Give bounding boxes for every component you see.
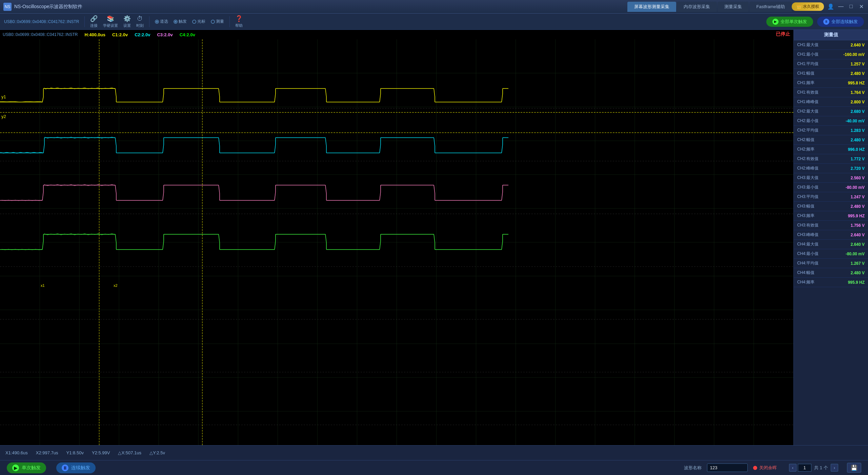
ch2-pp-value: 2.720 V: [851, 166, 865, 171]
main-content: USB0::0x0699::0x0408::C041762::INSTR H:4…: [0, 30, 868, 445]
minimize-button[interactable]: —: [837, 3, 844, 10]
crown-icon: 👑: [796, 4, 802, 9]
channel-setup-icon: 📚: [107, 15, 114, 22]
tab-fastframe[interactable]: Fastframe辅助: [749, 2, 792, 12]
ch1-pp-row: CH1:峰峰值 2.800 V: [794, 97, 868, 107]
tab-memory-capture[interactable]: 内存波形采集: [677, 2, 717, 12]
cursor-y1-label: y1: [1, 94, 6, 99]
ch1-freq-row: CH1:频率 995.8 HZ: [794, 78, 868, 88]
ch3-avg-label: CH3:平均值: [797, 194, 819, 200]
ch2-rms-row: CH2:有效值 1.772 V: [794, 154, 868, 164]
ch3-avg-row: CH3:平均值 1.247 V: [794, 192, 868, 202]
vip-button[interactable]: 👑 水久授权: [792, 2, 824, 11]
cursor-radio[interactable]: 光标: [192, 19, 205, 24]
single-trigger-top-btn[interactable]: ▶ 全部单次触发: [766, 17, 813, 27]
connection-url: USB0::0x0699::0x0408::C041762::INSTR: [4, 19, 79, 24]
page-controls: ‹ 1 共 1 个 ›: [789, 464, 838, 472]
ch2-max-value: 2.680 V: [851, 109, 865, 114]
ch3-freq-value: 995.9 HZ: [848, 214, 865, 218]
toolbar-settings[interactable]: ⚙️ 设置: [123, 15, 131, 28]
titlebar: NS NS-Oscilloscope示波器控制软件 屏幕波形测量采集 内存波形采…: [0, 0, 868, 14]
tab-screen-capture[interactable]: 屏幕波形测量采集: [627, 2, 676, 12]
trigger-buttons-top: ▶ 全部单次触发 ⏸ 全部连续触发: [766, 17, 864, 27]
x1-status: X1:490.6us: [5, 450, 28, 455]
channel-select-radio[interactable]: 道选: [155, 19, 168, 24]
toolbar-separator-2: [149, 16, 149, 27]
ch1-amp-row: CH1:幅值 2.480 V: [794, 69, 868, 78]
ch1-freq-value: 995.8 HZ: [848, 81, 865, 85]
ch1-pp-label: CH1:峰峰值: [797, 99, 819, 105]
ch4-amp-label: CH4:幅值: [797, 270, 814, 276]
ch3-max-row: CH3:最大值 2.560 V: [794, 173, 868, 183]
ch3-pp-label: CH3:峰峰值: [797, 232, 819, 238]
ch1-amp-label: CH1:幅值: [797, 71, 814, 76]
ch4-freq-label: CH4:频率: [797, 279, 814, 285]
connect-icon: 🔗: [90, 15, 98, 22]
prev-page-button[interactable]: ‹: [789, 464, 796, 472]
main-tabs: 屏幕波形测量采集 内存波形采集 测量采集 Fastframe辅助: [627, 2, 792, 12]
toolbar-channel-setup[interactable]: 📚 学硬设置: [103, 15, 118, 28]
dy-status: △Y:2.5v: [149, 450, 165, 455]
maximize-button[interactable]: □: [848, 3, 854, 10]
ch1-max-label: CH1:最大值: [797, 42, 819, 48]
ch2-volt-label: C2:2.0v: [135, 32, 150, 37]
ch4-max-row: CH4:最大值 2.640 V: [794, 240, 868, 249]
ch2-avg-value: 1.283 V: [851, 128, 865, 133]
ch2-avg-row: CH2:平均值 1.283 V: [794, 126, 868, 135]
ch2-freq-value: 996.0 HZ: [848, 147, 865, 152]
ch1-pp-value: 2.800 V: [851, 100, 865, 104]
ch3-amp-label: CH3:幅值: [797, 203, 814, 209]
ch3-freq-row: CH3:频率 995.9 HZ: [794, 211, 868, 221]
ch3-max-label: CH3:最大值: [797, 175, 819, 181]
trigger-group: 触发: [174, 19, 187, 24]
ch1-min-label: CH1:最小值: [797, 52, 819, 57]
scope-status: 已停止: [776, 31, 790, 37]
toolbar-time[interactable]: ⏱ 时刻: [136, 15, 144, 28]
toolbar-help[interactable]: ❓ 帮助: [235, 15, 243, 28]
ch1-freq-label: CH1:频率: [797, 80, 814, 86]
cursor-y2-label: y2: [1, 114, 6, 119]
cursor-radio-dot: [192, 20, 196, 24]
ch4-avg-row: CH4:平均值 1.267 V: [794, 259, 868, 268]
window-controls: — □ ✕: [837, 3, 865, 10]
single-trigger-play-icon: ▶: [772, 19, 779, 25]
measurements-title: 测量值: [794, 30, 868, 40]
waveform-name-input[interactable]: [707, 463, 748, 472]
close-button[interactable]: ✕: [858, 3, 865, 10]
ch1-avg-label: CH1:平均值: [797, 61, 819, 67]
toolbar-connect[interactable]: 🔗 连接: [90, 15, 98, 28]
measure-group: 测量: [211, 19, 224, 24]
ch3-pp-value: 2.640 V: [851, 233, 865, 237]
ch3-min-value: -80.00 mV: [846, 185, 865, 190]
toolbar-separator-3: [229, 16, 230, 27]
ch3-amp-row: CH3:幅值 2.480 V: [794, 202, 868, 211]
single-trigger-button[interactable]: ▶ 单次触发: [7, 462, 46, 473]
continuous-trigger-button[interactable]: ⏸ 连续触发: [56, 462, 96, 473]
tab-measure-capture[interactable]: 测量采集: [718, 2, 749, 12]
titlebar-right: 👑 水久授权 👤 — □ ✕: [792, 2, 865, 11]
ch2-max-label: CH2:最大值: [797, 108, 819, 114]
ch2-freq-label: CH2:频率: [797, 146, 814, 152]
close-afterglow-button[interactable]: 关闭余晖: [753, 465, 777, 471]
ch2-freq-row: CH2:频率 996.0 HZ: [794, 145, 868, 154]
next-page-button[interactable]: ›: [831, 464, 838, 472]
app-logo: NS: [3, 3, 12, 11]
continuous-trigger-top-btn[interactable]: ⏸ 全部连续触发: [817, 17, 864, 27]
ch1-avg-row: CH1:平均值 1.257 V: [794, 59, 868, 69]
ch1-max-value: 2.640 V: [851, 43, 865, 47]
user-icon[interactable]: 👤: [827, 3, 834, 10]
ch1-rms-row: CH1:有效值 1.764 V: [794, 88, 868, 97]
bottom-controls: ▶ 单次触发 ⏸ 连续触发 波形名称 关闭余晖 ‹ 1 共 1 个 › 💾: [0, 460, 868, 475]
ch3-rms-value: 1.756 V: [851, 223, 865, 228]
ch1-scale-label: H:400.0us: [84, 32, 105, 37]
bottom-right-controls: 波形名称 关闭余晖 ‹ 1 共 1 个 › 💾: [684, 463, 861, 473]
ch1-rms-label: CH1:有效值: [797, 90, 819, 95]
scope-display[interactable]: USB0::0x0699::0x0408::C041762::INSTR H:4…: [0, 30, 793, 445]
save-button[interactable]: 💾: [847, 463, 861, 473]
settings-icon: ⚙️: [123, 15, 131, 22]
measure-radio[interactable]: 测量: [211, 19, 224, 24]
ch2-rms-value: 1.772 V: [851, 157, 865, 161]
continuous-trigger-play-icon: ⏸: [823, 19, 829, 25]
trigger-radio[interactable]: 触发: [174, 19, 187, 24]
ch4-max-value: 2.640 V: [851, 242, 865, 247]
